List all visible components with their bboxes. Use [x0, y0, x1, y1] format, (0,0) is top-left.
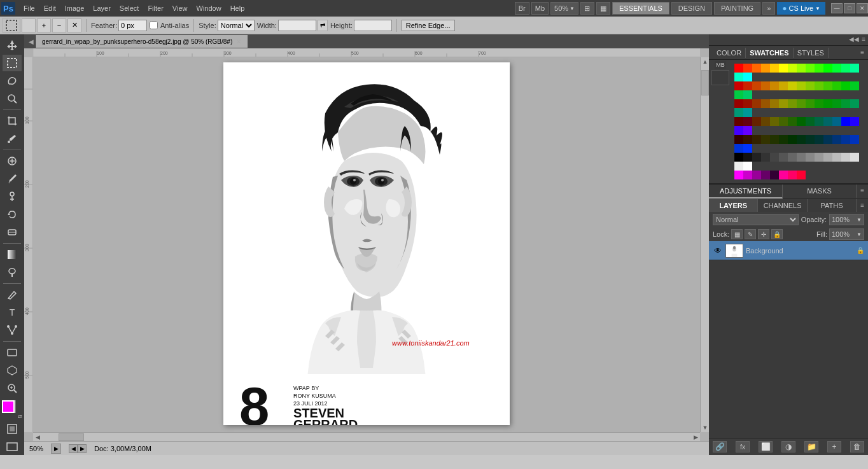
color-swatch[interactable]: [770, 64, 779, 73]
color-swatch[interactable]: [823, 135, 832, 144]
color-swatch[interactable]: [788, 171, 797, 179]
close-button[interactable]: ✕: [857, 3, 868, 13]
menu-window[interactable]: Window: [192, 3, 226, 13]
fill-value[interactable]: 100% ▼: [829, 228, 864, 240]
move-tool[interactable]: [3, 37, 22, 53]
layers-tab[interactable]: LAYERS: [709, 199, 758, 212]
color-swatch[interactable]: [815, 64, 823, 73]
menu-image[interactable]: Image: [60, 3, 89, 13]
color-swatch[interactable]: [734, 135, 743, 144]
collapse-panel-icon[interactable]: ◀◀: [849, 36, 859, 44]
blend-mode-select[interactable]: Normal: [713, 214, 799, 225]
color-swatch[interactable]: [815, 99, 823, 108]
color-swatch[interactable]: [743, 81, 752, 90]
color-swatch[interactable]: [734, 144, 743, 153]
color-swatch[interactable]: [806, 99, 815, 108]
color-swatch[interactable]: [734, 64, 743, 73]
color-swatch[interactable]: [823, 81, 832, 90]
intersect-selection-button[interactable]: ✕: [67, 18, 81, 32]
new-adjustment-button[interactable]: ◑: [781, 441, 795, 452]
color-swatch[interactable]: [815, 117, 823, 126]
marquee-tool-options-icon[interactable]: [3, 18, 20, 33]
color-swatch[interactable]: [850, 153, 859, 162]
color-swatch[interactable]: [832, 99, 841, 108]
color-swatch[interactable]: [806, 135, 815, 144]
menu-help[interactable]: Help: [226, 3, 249, 13]
color-swatch[interactable]: [806, 153, 815, 162]
quick-select-tool[interactable]: [3, 90, 22, 107]
color-swatch[interactable]: [770, 99, 779, 108]
paths-tab[interactable]: PATHS: [808, 199, 857, 212]
color-swatch[interactable]: [779, 171, 788, 179]
color-swatch[interactable]: [752, 99, 761, 108]
document-tab[interactable]: gerrard_in_wpap_by_punksuperhero-d58egj2…: [36, 35, 248, 48]
color-swatch[interactable]: [761, 135, 770, 144]
next-page-button[interactable]: ▶: [78, 444, 87, 453]
color-swatch[interactable]: [806, 117, 815, 126]
lasso-tool[interactable]: [3, 73, 22, 89]
layers-menu-icon[interactable]: ≡: [857, 199, 868, 212]
canvas-scroll-area[interactable]: 8 WPAP BY RONY KUSUMA 23 JULI 2012 STEVE…: [33, 57, 700, 432]
eyedropper-tool[interactable]: [3, 130, 22, 147]
view-options-icon[interactable]: ▦: [596, 2, 610, 15]
v-scroll-up-icon[interactable]: ▲: [701, 57, 709, 66]
quick-mask-button[interactable]: [3, 421, 22, 437]
color-swatch[interactable]: [761, 171, 770, 179]
shape-tool[interactable]: [3, 344, 22, 361]
color-tab[interactable]: COLOR: [713, 48, 746, 58]
delete-layer-button[interactable]: 🗑: [850, 441, 864, 452]
color-swatch[interactable]: [823, 64, 832, 73]
color-swatch[interactable]: [743, 171, 752, 179]
swap-dimensions-icon[interactable]: ⇄: [318, 20, 328, 31]
color-swatch[interactable]: [770, 81, 779, 90]
color-swatch[interactable]: [779, 153, 788, 162]
color-swatch[interactable]: [752, 64, 761, 73]
color-swatch[interactable]: [734, 81, 743, 90]
mini-button[interactable]: Mb: [531, 2, 549, 15]
color-swatch[interactable]: [752, 135, 761, 144]
horizontal-scrollbar[interactable]: ◀ ▶: [33, 432, 700, 441]
cs-live-button[interactable]: ● CS Live ▼: [777, 2, 825, 15]
menu-view[interactable]: View: [168, 3, 192, 13]
minimize-button[interactable]: —: [831, 3, 843, 13]
color-swatch[interactable]: [832, 153, 841, 162]
color-swatch[interactable]: [850, 135, 859, 144]
lock-position-icon[interactable]: ✛: [758, 229, 769, 239]
brush-tool[interactable]: [3, 171, 22, 187]
color-swatch[interactable]: [823, 117, 832, 126]
menu-filter[interactable]: Filter: [143, 3, 167, 13]
color-swatch[interactable]: [779, 64, 788, 73]
status-zoom-icon[interactable]: ▶: [51, 444, 61, 454]
color-swatch[interactable]: [788, 99, 797, 108]
menu-layer[interactable]: Layer: [88, 3, 115, 13]
layer-item-background[interactable]: 👁 Background 🔒: [709, 241, 868, 260]
color-swatch[interactable]: [850, 117, 859, 126]
color-swatch[interactable]: [797, 153, 806, 162]
color-swatch[interactable]: [850, 99, 859, 108]
menu-edit[interactable]: Edit: [39, 3, 60, 13]
h-scroll-right-icon[interactable]: ▶: [691, 433, 700, 442]
tab-close-button[interactable]: ✕: [236, 38, 241, 45]
tab-scroll-left-icon[interactable]: ◀: [27, 35, 36, 48]
color-swatch[interactable]: [743, 117, 752, 126]
swatches-tab[interactable]: SWATCHES: [746, 48, 794, 58]
color-swatch[interactable]: [788, 135, 797, 144]
masks-tab[interactable]: MASKS: [783, 185, 857, 199]
color-swatch[interactable]: [761, 99, 770, 108]
add-selection-button[interactable]: +: [37, 18, 51, 32]
eraser-tool[interactable]: [3, 224, 22, 241]
color-swatch[interactable]: [734, 117, 743, 126]
zoom-tool[interactable]: [3, 380, 22, 396]
color-swatch[interactable]: [743, 108, 752, 117]
clone-stamp-tool[interactable]: [3, 188, 22, 205]
workspace-painting-button[interactable]: PAINTING: [714, 2, 760, 15]
color-swatch[interactable]: [734, 99, 743, 108]
foreground-color-swatch[interactable]: [2, 400, 15, 413]
color-swatch[interactable]: [815, 135, 823, 144]
color-swatch[interactable]: [734, 73, 743, 81]
color-swatch[interactable]: [743, 135, 752, 144]
color-swatch[interactable]: [752, 153, 761, 162]
color-swatch[interactable]: [841, 81, 850, 90]
color-swatch[interactable]: [761, 153, 770, 162]
lock-all-icon[interactable]: 🔒: [771, 229, 783, 239]
